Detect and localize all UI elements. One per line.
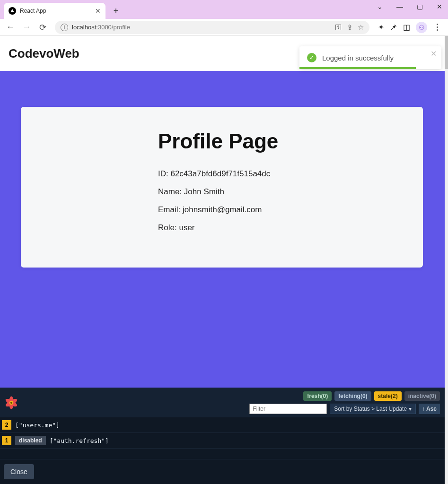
- devtools-header: fresh(0) fetching(0) stale(2) inactive(0…: [0, 388, 445, 417]
- kebab-menu-icon[interactable]: [433, 24, 441, 31]
- profile-card: Profile Page ID: 62c43a7bfd6d9f71f515a4d…: [21, 107, 423, 268]
- chevron-down-icon[interactable]: ⌄: [374, 3, 386, 10]
- query-list: 2 ["users.me"] 1 disabled ["auth.refresh…: [0, 417, 445, 459]
- scroll-thumb[interactable]: [445, 36, 448, 69]
- site-info-icon[interactable]: i: [61, 24, 68, 31]
- pill-fresh[interactable]: fresh(0): [303, 391, 332, 401]
- scrollbar[interactable]: [445, 36, 448, 484]
- sort-button[interactable]: Sort by Status > Last Update ▾: [330, 404, 416, 414]
- react-query-devtools: fresh(0) fetching(0) stale(2) inactive(0…: [0, 388, 445, 484]
- maximize-icon[interactable]: ▢: [414, 3, 425, 10]
- profile-name: Name: John Smith: [158, 187, 395, 197]
- toast-message: Logged in successfully: [322, 54, 394, 62]
- profile-role: Role: user: [158, 223, 395, 233]
- minimize-icon[interactable]: —: [394, 3, 405, 10]
- browser-titlebar: React App ✕ + ⌄ — ▢ ✕: [0, 0, 448, 19]
- close-window-icon[interactable]: ✕: [434, 3, 445, 10]
- query-key: ["auth.refresh"]: [50, 437, 109, 444]
- browser-toolbar: ← → ⟳ i localhost:3000/profile ⚿ ⇪ ☆ ✦ 📌…: [0, 19, 448, 36]
- key-icon[interactable]: ⚿: [335, 23, 342, 31]
- devtools-footer: Close: [0, 459, 445, 484]
- back-button[interactable]: ←: [4, 21, 17, 34]
- svg-point-5: [10, 401, 12, 403]
- query-key: ["users.me"]: [15, 422, 60, 429]
- close-tab-icon[interactable]: ✕: [95, 7, 101, 15]
- filter-input[interactable]: [249, 404, 327, 414]
- pill-stale[interactable]: stale(2): [374, 391, 402, 401]
- new-tab-button[interactable]: +: [109, 4, 123, 17]
- react-query-logo-icon[interactable]: [2, 393, 21, 412]
- reload-button[interactable]: ⟳: [36, 21, 49, 34]
- toast-notification: ✓ Logged in successfully ✕: [299, 46, 441, 69]
- brand-logo[interactable]: CodevoWeb: [9, 46, 79, 61]
- observer-count-badge: 2: [2, 420, 11, 430]
- star-icon[interactable]: ☆: [358, 23, 364, 32]
- favicon-icon: [9, 7, 16, 15]
- disabled-badge: disabled: [15, 436, 46, 445]
- address-bar[interactable]: i localhost:3000/profile ⚿ ⇪ ☆: [55, 21, 369, 34]
- url-host: localhost:: [72, 24, 98, 31]
- extensions-icon[interactable]: ✦: [378, 23, 384, 32]
- tab-title: React App: [20, 8, 46, 14]
- url-text: localhost:3000/profile: [72, 24, 331, 31]
- svg-marker-0: [10, 9, 14, 12]
- share-icon[interactable]: ⇪: [347, 23, 353, 32]
- browser-tab[interactable]: React App ✕: [4, 3, 105, 19]
- close-devtools-button[interactable]: Close: [4, 464, 34, 479]
- pill-fetching[interactable]: fetching(0): [334, 391, 371, 401]
- toast-progress: [299, 67, 416, 69]
- page-hero: Profile Page ID: 62c43a7bfd6d9f71f515a4d…: [0, 71, 448, 388]
- query-row[interactable]: 2 ["users.me"]: [0, 417, 445, 433]
- url-path: 3000/profile: [98, 24, 130, 31]
- query-row[interactable]: 1 disabled ["auth.refresh"]: [0, 433, 445, 449]
- asc-button[interactable]: ↑ Asc: [419, 404, 440, 414]
- close-toast-icon[interactable]: ✕: [430, 49, 437, 58]
- profile-email: Email: johnsmith@gmail.com: [158, 205, 395, 215]
- page-title: Profile Page: [158, 130, 395, 153]
- window-controls: ⌄ — ▢ ✕: [374, 3, 445, 10]
- observer-count-badge: 1: [2, 436, 11, 445]
- profile-avatar-icon[interactable]: ⚇: [416, 22, 427, 33]
- check-icon: ✓: [307, 53, 316, 62]
- panel-icon[interactable]: ◫: [403, 23, 410, 32]
- pin-icon[interactable]: 📌︎: [390, 23, 397, 32]
- profile-id: ID: 62c43a7bfd6d9f71f515a4dc: [158, 169, 395, 179]
- caret-down-icon: ▾: [409, 406, 412, 412]
- pill-inactive[interactable]: inactive(0): [404, 391, 440, 401]
- forward-button[interactable]: →: [20, 21, 33, 34]
- status-pills: fresh(0) fetching(0) stale(2) inactive(0…: [303, 391, 440, 401]
